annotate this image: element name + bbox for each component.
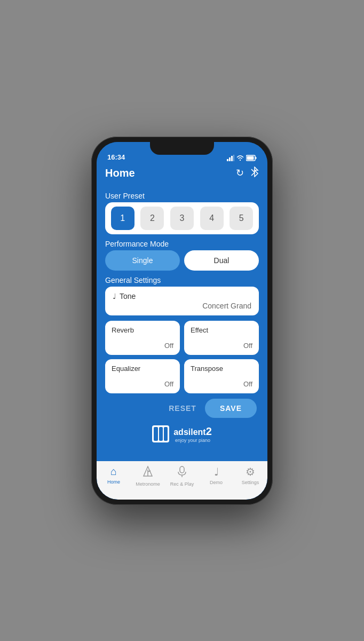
equalizer-title: Equalizer [112, 365, 173, 373]
reverb-card[interactable]: Reverb Off [105, 321, 180, 355]
metronome-icon [143, 465, 153, 480]
home-icon: ⌂ [110, 465, 117, 478]
phone-frame: 16:34 [91, 137, 273, 505]
preset-btn-4[interactable]: 4 [200, 207, 224, 230]
tab-metronome-label: Metronome [136, 481, 160, 487]
phone-screen: 16:34 [97, 142, 267, 500]
mic-svg [177, 465, 187, 477]
general-settings-section: General Settings ♩ Tone Concert Grand [105, 276, 259, 315]
preset-container: 1 2 3 4 5 [105, 202, 259, 234]
general-settings-label: General Settings [105, 276, 259, 284]
logo-area: adsilent2 enjoy your piano [105, 423, 259, 446]
bluetooth-svg [250, 167, 259, 177]
user-preset-section: User Preset 1 2 3 4 5 [105, 192, 259, 234]
status-time: 16:34 [107, 153, 125, 161]
effect-value: Off [191, 342, 252, 350]
tab-settings[interactable]: ⚙ Settings [233, 465, 267, 485]
tone-card[interactable]: ♩ Tone Concert Grand [105, 287, 259, 315]
piano-key-2 [159, 427, 163, 441]
svg-rect-2 [231, 156, 233, 161]
preset-btn-1[interactable]: 1 [111, 207, 134, 230]
tone-value: Concert Grand [113, 302, 251, 310]
tab-home-label: Home [107, 479, 120, 485]
mode-container: Single Dual [105, 250, 259, 271]
settings-icon: ⚙ [246, 465, 255, 478]
signal-icon [227, 155, 234, 161]
tab-demo[interactable]: ♩ Demo [199, 465, 233, 485]
metronome-svg [143, 465, 153, 477]
tab-settings-label: Settings [242, 480, 259, 485]
page-title: Home [105, 167, 135, 179]
equalizer-card[interactable]: Equalizer Off [105, 359, 180, 393]
performance-mode-label: Performance Mode [105, 240, 259, 248]
reverb-title: Reverb [112, 326, 173, 334]
tab-metronome[interactable]: Metronome [131, 465, 165, 487]
reverb-value: Off [112, 342, 173, 350]
svg-rect-5 [256, 157, 257, 159]
battery-icon [246, 155, 257, 161]
svg-rect-10 [180, 466, 184, 473]
status-icons [227, 155, 257, 161]
bluetooth-icon[interactable] [250, 167, 259, 180]
piano-key-1 [154, 427, 157, 441]
equalizer-value: Off [112, 380, 173, 388]
header: Home ↻ [97, 163, 267, 186]
music-note-icon: ♩ [113, 292, 116, 300]
preset-btn-2[interactable]: 2 [140, 207, 164, 230]
tone-header: ♩ Tone [113, 292, 251, 300]
tab-demo-label: Demo [210, 480, 223, 485]
main-content: User Preset 1 2 3 4 5 Performance Mode S… [97, 186, 267, 461]
performance-mode-section: Performance Mode Single Dual [105, 240, 259, 271]
action-row: RESET SAVE [105, 399, 259, 418]
wifi-icon [236, 155, 244, 161]
header-icons: ↻ [236, 167, 259, 180]
piano-key-3 [164, 427, 168, 441]
preset-btn-5[interactable]: 5 [230, 207, 253, 230]
effect-card[interactable]: Effect Off [184, 321, 259, 355]
transpose-value: Off [191, 380, 252, 388]
svg-rect-6 [247, 156, 254, 160]
svg-rect-3 [233, 155, 234, 161]
logo-piano-icon [152, 425, 169, 442]
reset-button[interactable]: RESET [169, 404, 196, 413]
tab-bar: ⌂ Home Metronome [97, 461, 267, 500]
preset-btn-3[interactable]: 3 [170, 207, 194, 230]
dual-mode-btn[interactable]: Dual [184, 250, 259, 271]
tab-rec-play[interactable]: Rec & Play [165, 465, 199, 487]
svg-rect-1 [229, 157, 231, 161]
save-button[interactable]: SAVE [205, 399, 257, 418]
rec-play-icon [177, 465, 187, 480]
logo-brand-line: adsilent2 [173, 425, 212, 438]
transpose-title: Transpose [191, 365, 252, 373]
logo-tagline: enjoy your piano [175, 438, 210, 443]
svg-rect-0 [227, 159, 228, 161]
refresh-icon[interactable]: ↻ [236, 167, 244, 179]
effect-title: Effect [191, 326, 252, 334]
user-preset-label: User Preset [105, 192, 259, 200]
single-mode-btn[interactable]: Single [105, 250, 180, 271]
tone-title: Tone [120, 292, 136, 300]
demo-icon: ♩ [214, 465, 219, 478]
tab-rec-play-label: Rec & Play [170, 481, 194, 487]
logo-brand: adsilent [173, 428, 205, 437]
transpose-card[interactable]: Transpose Off [184, 359, 259, 393]
logo-version: 2 [206, 425, 212, 437]
settings-grid: Reverb Off Effect Off Equalizer Off Tran… [105, 321, 259, 393]
notch [150, 142, 214, 155]
logo-wrapper: adsilent2 enjoy your piano [173, 425, 212, 443]
tab-home[interactable]: ⌂ Home [97, 465, 131, 485]
